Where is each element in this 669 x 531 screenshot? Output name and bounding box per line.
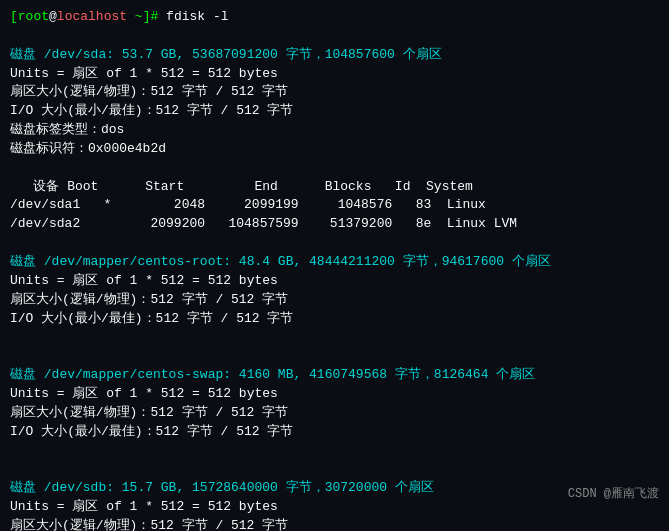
terminal-line	[10, 234, 659, 253]
terminal-line: 扇区大小(逻辑/物理)：512 字节 / 512 字节	[10, 404, 659, 423]
terminal-line: /dev/sda1 * 2048 2099199 1048576 83 Linu…	[10, 196, 659, 215]
terminal-output: [root@localhost ~]# fdisk -l 磁盘 /dev/sda…	[10, 8, 659, 531]
terminal-line: 磁盘 /dev/mapper/centos-root: 48.4 GB, 484…	[10, 253, 659, 272]
terminal-line: 磁盘 /dev/sdb: 15.7 GB, 15728640000 字节，307…	[10, 479, 659, 498]
watermark: CSDN @雁南飞渡	[568, 486, 659, 503]
terminal-line: Units = 扇区 of 1 * 512 = 512 bytes	[10, 385, 659, 404]
terminal-line: [root@localhost ~]# fdisk -l	[10, 8, 659, 27]
terminal-line: 磁盘标识符：0x000e4b2d	[10, 140, 659, 159]
terminal-line: Units = 扇区 of 1 * 512 = 512 bytes	[10, 498, 659, 517]
terminal-line: 设备 Boot Start End Blocks Id System	[10, 178, 659, 197]
terminal-line: 磁盘 /dev/mapper/centos-swap: 4160 MB, 416…	[10, 366, 659, 385]
terminal-line	[10, 159, 659, 178]
terminal-line	[10, 27, 659, 46]
prompt: [	[10, 9, 18, 24]
terminal-line: I/O 大小(最小/最佳)：512 字节 / 512 字节	[10, 102, 659, 121]
terminal-window: [root@localhost ~]# fdisk -l 磁盘 /dev/sda…	[0, 0, 669, 531]
terminal-line: Units = 扇区 of 1 * 512 = 512 bytes	[10, 272, 659, 291]
terminal-line: /dev/sda2 2099200 104857599 51379200 8e …	[10, 215, 659, 234]
terminal-line: I/O 大小(最小/最佳)：512 字节 / 512 字节	[10, 423, 659, 442]
terminal-line: 扇区大小(逻辑/物理)：512 字节 / 512 字节	[10, 291, 659, 310]
terminal-line: 磁盘 /dev/sda: 53.7 GB, 53687091200 字节，104…	[10, 46, 659, 65]
terminal-line: 扇区大小(逻辑/物理)：512 字节 / 512 字节	[10, 83, 659, 102]
terminal-line: I/O 大小(最小/最佳)：512 字节 / 512 字节	[10, 310, 659, 329]
terminal-line: 磁盘标签类型：dos	[10, 121, 659, 140]
terminal-line	[10, 328, 659, 347]
terminal-line	[10, 441, 659, 460]
terminal-line: Units = 扇区 of 1 * 512 = 512 bytes	[10, 65, 659, 84]
terminal-line	[10, 347, 659, 366]
terminal-line	[10, 460, 659, 479]
terminal-line: 扇区大小(逻辑/物理)：512 字节 / 512 字节	[10, 517, 659, 531]
